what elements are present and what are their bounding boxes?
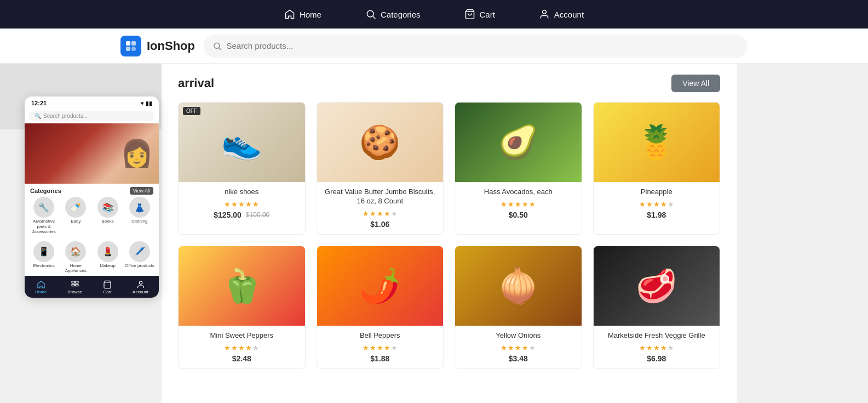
svg-point-8 xyxy=(214,43,220,48)
svg-line-1 xyxy=(373,16,376,19)
phone-mockup: 12:21 ▾ ▮▮ 🔍 Search products... 👩 Catego… xyxy=(25,97,159,298)
phone-search-bar[interactable]: 🔍 Search products... xyxy=(29,111,154,121)
logo-icon xyxy=(120,36,141,56)
phone-view-all-button[interactable]: View All xyxy=(130,187,153,195)
product-image-1: OFF 👟 xyxy=(179,103,305,182)
product-image-4: 🍍 xyxy=(594,103,720,182)
phone-cat-home[interactable]: 🏠 Home Appliances xyxy=(61,241,90,274)
search-input[interactable] xyxy=(227,41,739,50)
product-old-price-1: $100.00 xyxy=(246,211,269,219)
phone-nav-account-icon xyxy=(136,280,145,289)
phone-cat-clothing[interactable]: 👗 Clothing xyxy=(125,197,154,235)
product-info-2: Great Value Butter Jumbo Biscuits, 16 oz… xyxy=(317,182,444,234)
product-info-3: Hass Avocados, each ★★★★★ $0.50 xyxy=(455,182,582,225)
product-card-1[interactable]: OFF 👟 nike shoes ★★★★★ $125.00 $100.00 xyxy=(178,102,306,235)
phone-cat-baby[interactable]: 🍼 Baby xyxy=(61,197,90,235)
phone-cat-clothing-icon: 👗 xyxy=(129,197,150,218)
products-grid-row1: OFF 👟 nike shoes ★★★★★ $125.00 $100.00 xyxy=(178,102,720,235)
search-bar[interactable] xyxy=(204,35,748,58)
product-stars-8: ★★★★★ xyxy=(600,344,714,352)
phone-search-placeholder: Search products... xyxy=(43,113,88,119)
product-price-row-6: $1.88 xyxy=(324,354,437,363)
phone-cat-baby-icon: 🍼 xyxy=(65,197,86,218)
phone-status-icons: ▾ ▮▮ xyxy=(141,100,152,106)
section-header: arrival View All xyxy=(178,75,720,92)
product-price-row-2: $1.06 xyxy=(324,220,437,229)
phone-cat-books-label: Books xyxy=(102,219,114,224)
product-image-5: 🫑 xyxy=(179,246,305,326)
phone-cat-home-label: Home Appliances xyxy=(61,263,90,274)
phone-cat-books[interactable]: 📚 Books xyxy=(93,197,123,235)
svg-point-0 xyxy=(367,10,373,17)
product-stars-3: ★★★★★ xyxy=(462,200,575,208)
off-badge-1: OFF xyxy=(183,107,200,115)
svg-rect-12 xyxy=(72,284,74,286)
phone-cat-makeup-icon: 💄 xyxy=(97,241,118,262)
product-info-5: Mini Sweet Peppers ★★★★★ $2.48 xyxy=(179,326,305,368)
product-name-8: Marketside Fresh Veggie Grille xyxy=(600,331,714,340)
svg-rect-10 xyxy=(72,281,74,283)
product-card-8[interactable]: 🥩 Marketside Fresh Veggie Grille ★★★★★ $… xyxy=(593,246,721,369)
main-area: 12:21 ▾ ▮▮ 🔍 Search products... 👩 Catego… xyxy=(0,64,868,403)
nav-categories[interactable]: Categories xyxy=(365,9,421,20)
product-name-2: Great Value Butter Jumbo Biscuits, 16 oz… xyxy=(324,188,437,206)
phone-cat-automotive[interactable]: 🔧 Automotive parts & Accessories xyxy=(29,197,59,235)
product-emoji-8: 🥩 xyxy=(636,266,677,305)
logo[interactable]: IonShop xyxy=(120,36,195,56)
product-card-2[interactable]: 🍪 Great Value Butter Jumbo Biscuits, 16 … xyxy=(317,102,444,235)
product-price-row-3: $0.50 xyxy=(462,211,575,219)
product-price-1: $125.00 xyxy=(214,211,242,219)
product-emoji-5: 🫑 xyxy=(221,266,262,305)
product-name-6: Bell Peppers xyxy=(324,331,437,340)
product-card-4[interactable]: 🍍 Pineapple ★★★★★ $1.98 xyxy=(593,102,721,235)
phone-cat-office-label: Office products xyxy=(125,263,154,269)
product-image-7: 🧅 xyxy=(455,246,582,326)
product-area: arrival View All OFF 👟 nike shoes ★★★★★ … xyxy=(162,64,737,403)
product-image-3: 🥑 xyxy=(455,103,582,182)
product-stars-2: ★★★★★ xyxy=(324,209,437,218)
product-price-4: $1.98 xyxy=(647,211,666,219)
svg-point-15 xyxy=(139,281,142,284)
logo-text: IonShop xyxy=(147,39,195,53)
phone-cat-clothing-label: Clothing xyxy=(131,219,147,224)
phone-search-icon: 🔍 xyxy=(35,113,41,119)
phone-nav-account[interactable]: Account xyxy=(133,280,148,294)
phone-cat-baby-label: Baby xyxy=(71,219,81,224)
product-info-6: Bell Peppers ★★★★★ $1.88 xyxy=(317,326,444,368)
phone-cat-home-icon: 🏠 xyxy=(65,241,86,262)
svg-line-9 xyxy=(219,48,221,50)
svg-point-7 xyxy=(131,47,136,51)
home-icon xyxy=(284,9,295,20)
nav-cart[interactable]: Cart xyxy=(464,9,495,20)
phone-cat-makeup[interactable]: 💄 Makeup xyxy=(93,241,123,274)
product-card-7[interactable]: 🧅 Yellow Onions ★★★★★ $3.48 xyxy=(455,246,582,369)
product-price-row-4: $1.98 xyxy=(600,211,714,219)
product-card-3[interactable]: 🥑 Hass Avocados, each ★★★★★ $0.50 xyxy=(455,102,582,235)
phone-nav-home[interactable]: Home xyxy=(35,280,47,294)
phone-cat-office[interactable]: 🖊️ Office products xyxy=(125,241,154,274)
phone-nav-home-icon xyxy=(37,280,45,289)
phone-cat-electronics[interactable]: 📱 Electronics xyxy=(29,241,59,274)
product-info-7: Yellow Onions ★★★★★ $3.48 xyxy=(455,326,582,368)
nav-home[interactable]: Home xyxy=(284,9,321,20)
product-card-6[interactable]: 🌶️ Bell Peppers ★★★★★ $1.88 xyxy=(317,246,444,369)
product-price-row-5: $2.48 xyxy=(185,354,298,363)
wifi-icon: ▾ xyxy=(141,100,143,106)
phone-category-grid-2: 📱 Electronics 🏠 Home Appliances 💄 Makeup… xyxy=(25,239,159,276)
phone-hero-figure: 👩 xyxy=(120,138,159,169)
nav-cart-label: Cart xyxy=(480,10,495,19)
phone-nav-cart[interactable]: Cart xyxy=(103,280,112,294)
product-name-7: Yellow Onions xyxy=(462,331,575,340)
account-icon xyxy=(539,9,550,20)
product-stars-6: ★★★★★ xyxy=(324,344,437,352)
product-price-8: $6.98 xyxy=(647,354,666,363)
left-panel: 12:21 ▾ ▮▮ 🔍 Search products... 👩 Catego… xyxy=(0,64,162,403)
product-card-5[interactable]: 🫑 Mini Sweet Peppers ★★★★★ $2.48 xyxy=(178,246,306,369)
phone-nav-browse-label: Browse xyxy=(67,290,82,294)
svg-rect-13 xyxy=(75,284,78,286)
view-all-button[interactable]: View All xyxy=(671,75,720,92)
svg-rect-6 xyxy=(126,47,130,51)
product-price-5: $2.48 xyxy=(232,354,251,363)
nav-account[interactable]: Account xyxy=(539,9,584,20)
phone-nav-browse[interactable]: Browse xyxy=(67,280,82,294)
